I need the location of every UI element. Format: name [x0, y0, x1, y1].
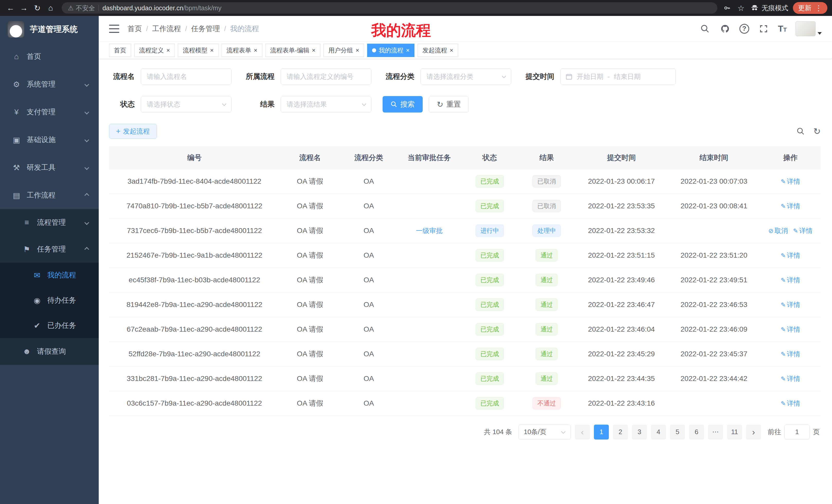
tab-close-icon[interactable]: ×: [166, 47, 170, 53]
page-button-3[interactable]: 3: [632, 425, 647, 440]
chevron-down-icon: [84, 165, 89, 170]
detail-link[interactable]: ✎详情: [781, 202, 800, 210]
cancel-link[interactable]: ⊘取消: [768, 227, 788, 234]
sidebar-item-my-process[interactable]: ✉我的流程: [0, 262, 99, 288]
sidebar-item-devtools[interactable]: ⚒研发工具: [0, 153, 99, 181]
status-select[interactable]: [141, 96, 231, 113]
key-icon[interactable]: [723, 3, 732, 12]
detail-link[interactable]: ✎详情: [781, 276, 800, 284]
sidebar-item-payment[interactable]: ¥支付管理: [0, 98, 99, 126]
breadcrumb-item[interactable]: 任务管理: [191, 24, 220, 34]
detail-link[interactable]: ✎详情: [781, 375, 800, 383]
sidebar-item-workflow[interactable]: ▤工作流程: [0, 181, 99, 209]
tab-首页[interactable]: 首页: [109, 44, 131, 57]
incognito-icon: [750, 4, 759, 12]
bookmark-star-icon[interactable]: ☆: [736, 3, 746, 12]
detail-link[interactable]: ✎详情: [793, 227, 812, 234]
tab-发起流程[interactable]: 发起流程×: [418, 44, 458, 57]
address-bar[interactable]: ⚠ 不安全 dashboard.yudao.iocoder.cn/bpm/tas…: [62, 2, 717, 13]
browser-menu-icon[interactable]: ⋮: [815, 4, 822, 12]
page-button-11[interactable]: 11: [727, 425, 742, 440]
sidebar-item-done-tasks[interactable]: ✔已办任务: [0, 313, 99, 338]
cell-category: OA: [340, 194, 397, 218]
sidebar-item-system[interactable]: ⚙系统管理: [0, 71, 99, 98]
reset-button[interactable]: ↻ 重置: [429, 96, 469, 113]
sidebar-item-infra[interactable]: ▣基础设施: [0, 126, 99, 153]
tab-label: 我的流程: [379, 46, 404, 54]
process-key-input[interactable]: [281, 68, 371, 85]
tab-close-icon[interactable]: ×: [450, 47, 453, 53]
security-warning[interactable]: ⚠ 不安全: [68, 4, 95, 12]
page-button-4[interactable]: 4: [651, 425, 666, 440]
pagination-ellipsis[interactable]: ⋯: [708, 425, 723, 440]
detail-link[interactable]: ✎详情: [781, 350, 800, 358]
page-size-select[interactable]: 10条/页: [518, 425, 571, 440]
gear-icon: ⚙: [11, 80, 22, 89]
avatar[interactable]: [796, 21, 815, 36]
tab-流程模型[interactable]: 流程模型×: [178, 44, 218, 57]
sidebar-item-label: 请假查询: [37, 346, 66, 356]
flag-icon: ⚑: [21, 245, 32, 254]
tab-close-icon[interactable]: ×: [406, 47, 410, 53]
tab-流程定义[interactable]: 流程定义×: [134, 44, 175, 57]
refresh-table-icon[interactable]: ↻: [813, 126, 821, 136]
detail-link[interactable]: ✎详情: [781, 326, 800, 333]
search-button[interactable]: 搜索: [383, 96, 423, 113]
page-button-1[interactable]: 1: [594, 425, 609, 440]
chevron-down-icon: [84, 82, 89, 87]
table-row: 3ad174fb-7b9d-11ec-8404-acde48001122OA 请…: [109, 169, 821, 194]
tab-流程表单-编辑[interactable]: 流程表单-编辑×: [265, 44, 320, 57]
sidebar-item-label: 流程管理: [37, 218, 66, 227]
font-size-icon[interactable]: TT: [778, 24, 787, 34]
detail-link[interactable]: ✎详情: [781, 251, 800, 259]
prev-page-button[interactable]: ‹: [575, 425, 590, 440]
cell-name: OA 请假: [280, 194, 340, 218]
chevron-down-icon: [817, 32, 822, 35]
date-range-picker[interactable]: 开始日期 - 结束日期: [561, 68, 676, 85]
cell-name: OA 请假: [280, 317, 340, 342]
tab-用户分组[interactable]: 用户分组×: [323, 44, 364, 57]
browser-home-icon[interactable]: ⌂: [45, 2, 57, 14]
next-page-button[interactable]: ›: [746, 425, 761, 440]
show-search-icon[interactable]: [797, 127, 805, 135]
fullscreen-icon[interactable]: [758, 23, 769, 34]
tab-close-icon[interactable]: ×: [356, 47, 359, 53]
browser-reload-icon[interactable]: ↻: [31, 2, 43, 14]
github-icon[interactable]: [719, 23, 731, 34]
detail-link[interactable]: ✎详情: [781, 301, 800, 309]
sidebar-item-process-mgmt[interactable]: ≡流程管理: [0, 209, 99, 236]
tab-close-icon[interactable]: ×: [254, 47, 257, 53]
breadcrumb-item[interactable]: 工作流程: [152, 24, 181, 34]
category-select[interactable]: [421, 68, 511, 85]
sidebar-item-task-mgmt[interactable]: ⚑任务管理: [0, 236, 99, 262]
tab-我的流程[interactable]: 我的流程×: [367, 44, 414, 57]
user-menu[interactable]: [796, 21, 822, 36]
browser-forward-icon[interactable]: →: [18, 2, 30, 14]
help-icon[interactable]: ?: [739, 24, 749, 34]
page-button-6[interactable]: 6: [689, 425, 704, 440]
detail-link[interactable]: ✎详情: [781, 177, 800, 185]
tab-close-icon[interactable]: ×: [312, 47, 315, 53]
breadcrumb-separator: /: [185, 25, 187, 33]
tab-close-icon[interactable]: ×: [210, 47, 214, 53]
sidebar-item-leave-query[interactable]: ☻请假查询: [0, 338, 99, 365]
hamburger-icon[interactable]: [109, 25, 119, 33]
result-select[interactable]: [281, 96, 371, 113]
process-name-input[interactable]: [141, 68, 231, 85]
tab-流程表单[interactable]: 流程表单×: [222, 44, 262, 57]
sidebar-item-home[interactable]: ⌂首页: [0, 43, 99, 71]
page-button-2[interactable]: 2: [613, 425, 628, 440]
current-task-link[interactable]: 一级审批: [416, 227, 443, 234]
goto-page-input[interactable]: [784, 425, 810, 440]
pagination: 共 104 条 10条/页 ‹ 123456⋯11 › 前往 页: [109, 425, 820, 440]
sidebar-item-todo-tasks[interactable]: ◉待办任务: [0, 288, 99, 313]
create-process-button[interactable]: + 发起流程: [109, 124, 157, 139]
breadcrumb-item[interactable]: 首页: [128, 24, 142, 34]
cell-name: OA 请假: [280, 218, 340, 243]
browser-back-icon[interactable]: ←: [5, 2, 17, 14]
status-badge: 已完成: [476, 397, 504, 410]
page-button-5[interactable]: 5: [670, 425, 685, 440]
detail-link[interactable]: ✎详情: [781, 399, 800, 407]
search-icon[interactable]: [699, 23, 711, 34]
browser-update-button[interactable]: 更新 ⋮: [793, 2, 827, 14]
